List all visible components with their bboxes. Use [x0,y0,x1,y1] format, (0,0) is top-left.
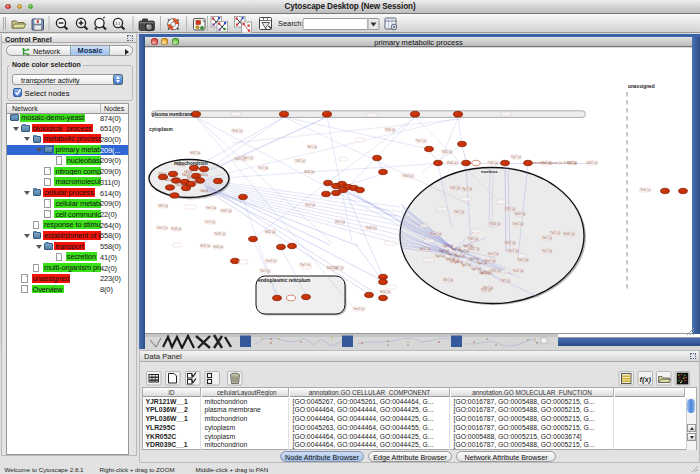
svg-text:Ybr1 (a): Ybr1 (a) [260,269,270,273]
svg-text:Ygr2 (a): Ygr2 (a) [463,244,473,248]
svg-text:Ymr2 (a): Ymr2 (a) [157,226,168,230]
svg-text:Yel02 (a): Yel02 (a) [189,151,200,155]
svg-text:Ygr2 (a): Ygr2 (a) [459,249,469,253]
svg-text:Yel02 (a): Yel02 (a) [563,232,574,236]
svg-text:Ylr44 (a): Ylr44 (a) [304,170,315,174]
svg-text:Yd1(a): Yd1(a) [193,180,201,184]
svg-text:Ydl1 (a): Ydl1 (a) [468,237,478,241]
svg-text:Ymr2 (a): Ymr2 (a) [518,258,529,262]
svg-text:Ygr2 (a): Ygr2 (a) [479,271,489,275]
svg-text:Ygr2 (a): Ygr2 (a) [477,261,487,265]
svg-text:Yd1(a): Yd1(a) [200,173,208,177]
svg-text:Ymr2 (a): Ymr2 (a) [266,259,277,263]
svg-text:cytoplasm: cytoplasm [149,127,173,132]
svg-text:endoplasmic reticulum: endoplasmic reticulum [258,278,310,283]
svg-text:Ymr2 (a): Ymr2 (a) [354,307,365,311]
svg-text:plasma membrane: plasma membrane [152,112,193,117]
svg-text:Yel02 (a): Yel02 (a) [214,232,225,236]
svg-text:Ylr44 (a): Ylr44 (a) [490,222,501,226]
svg-text:Yd1(a): Yd1(a) [182,173,190,177]
svg-text:Ybr1 (a): Ybr1 (a) [542,236,552,240]
svg-text:ammonium-adjacent (a) Yer053 (: ammonium-adjacent (a) Yer053 (a) [533,161,576,165]
svg-text:Ygr2 (a): Ygr2 (a) [461,263,471,267]
svg-text:Ybr1 (a): Ybr1 (a) [416,139,426,143]
svg-text:Ybr1 (a): Ybr1 (a) [243,156,253,160]
svg-text:Ymr2 (a): Ymr2 (a) [513,222,524,226]
svg-text:mitochondrion: mitochondrion [174,161,208,166]
svg-text:Yel02 (a): Yel02 (a) [264,230,275,234]
svg-text:Yd1(a): Yd1(a) [164,178,172,182]
svg-text:Yd1(a): Yd1(a) [175,183,183,187]
svg-text:unassigned: unassigned [628,84,655,89]
svg-text:Yel02 (a): Yel02 (a) [326,266,337,270]
svg-text:Yor1 (a): Yor1 (a) [258,166,268,170]
svg-text:Yel02 (a): Yel02 (a) [586,161,597,165]
svg-text:Ygr2 (a): Ygr2 (a) [455,254,465,258]
svg-text:Ybr1 (a): Ybr1 (a) [307,145,317,149]
svg-text:Ylr44 (a): Ylr44 (a) [640,188,651,192]
svg-text:Yel02 (a): Yel02 (a) [419,247,430,251]
svg-text:f(x): f(x) [639,375,651,384]
svg-text:Ygr2 (a): Ygr2 (a) [439,249,449,253]
svg-text:Ymr2 (a): Ymr2 (a) [508,249,519,253]
svg-text:Ygr1 (a): Ygr1 (a) [511,155,521,159]
svg-text:Yel02 (a): Yel02 (a) [504,241,515,245]
svg-text:Yjl05 (a): Yjl05 (a) [385,128,395,132]
svg-text:Yor1 (a): Yor1 (a) [205,220,215,224]
svg-text:Ydl1 (a): Ydl1 (a) [550,231,560,235]
svg-text:Ydl1 (a): Ydl1 (a) [295,159,305,163]
svg-text:Yd1(a): Yd1(a) [158,172,166,176]
svg-text:Ygr1 (a): Ygr1 (a) [462,187,472,191]
svg-text:Ylr44 (a): Ylr44 (a) [200,244,211,248]
svg-text:Yjl05 (a): Yjl05 (a) [505,207,515,211]
svg-text:Search:: Search: [278,19,303,28]
svg-text:Ymr2 (a): Ymr2 (a) [513,269,524,273]
svg-text:Ylr44 (a): Ylr44 (a) [403,174,414,178]
svg-text:Ydl1 (a): Ydl1 (a) [450,186,460,190]
svg-text:Yjl05 (a): Yjl05 (a) [442,150,452,154]
svg-text:Ymr2 (a): Ymr2 (a) [431,232,442,236]
svg-text:Ylr44 (a): Ylr44 (a) [213,245,224,249]
svg-text:Yel02 (a): Yel02 (a) [220,209,231,213]
svg-text:Yjl05 (a): Yjl05 (a) [158,204,168,208]
svg-text:Yel02 (a): Yel02 (a) [514,212,525,216]
svg-text:Yor1 (a): Yor1 (a) [305,203,315,207]
svg-text:Ylr44 (a): Ylr44 (a) [366,226,377,230]
svg-text:Ylr44 (a): Ylr44 (a) [171,227,182,231]
svg-text:Yor1 (a): Yor1 (a) [542,249,552,253]
svg-text:Ylr44 (a): Ylr44 (a) [232,129,243,133]
svg-text:nucleus: nucleus [481,169,498,174]
svg-text:Ydl1 (a): Ydl1 (a) [488,161,498,165]
svg-text:Ybr1 (a): Ybr1 (a) [443,278,453,282]
svg-text:Ymr2 (a): Ymr2 (a) [488,252,499,256]
svg-text:1:1: 1:1 [115,21,121,26]
svg-text:Ymr2 (a): Ymr2 (a) [206,206,217,210]
svg-text:Ybr1 (a): Ybr1 (a) [454,210,464,214]
svg-text:Ygr2 (a): Ygr2 (a) [435,254,445,258]
svg-text:Ybr1 (a): Ybr1 (a) [335,220,345,224]
svg-text:Ylr44 (a): Ylr44 (a) [447,161,458,165]
svg-text:Yd1(a): Yd1(a) [200,189,208,193]
svg-text:Yel02 (a): Yel02 (a) [379,290,390,294]
svg-text:Yjl05 (a): Yjl05 (a) [481,288,491,292]
svg-text:Ydl1 (a): Ydl1 (a) [500,279,510,283]
